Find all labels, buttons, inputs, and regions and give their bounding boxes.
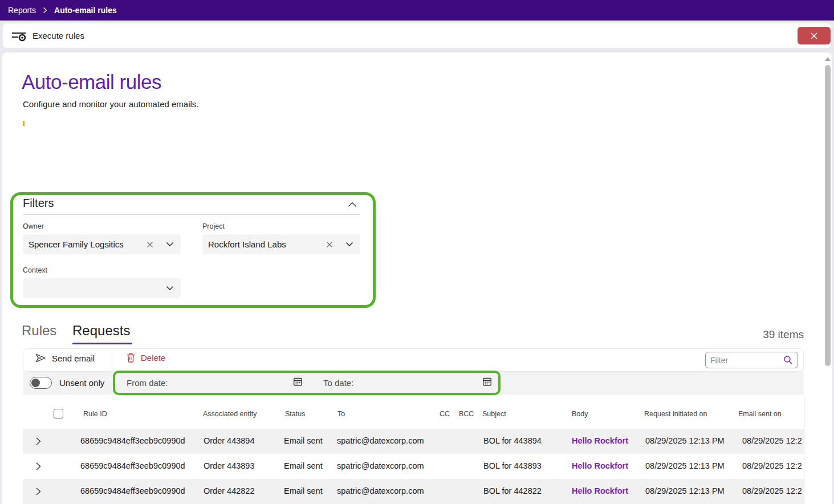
table-row[interactable]: 68659c9484eff3eeb9c0990d Order 443893 Em… bbox=[23, 454, 804, 479]
filters-title: Filters bbox=[23, 197, 54, 210]
column-header-subject[interactable]: Subject bbox=[482, 410, 506, 418]
column-header-status[interactable]: Status bbox=[285, 410, 305, 418]
cell-to: spatric@datexcorp.com bbox=[337, 436, 424, 445]
owner-clear-icon[interactable] bbox=[147, 241, 153, 248]
delete-label: Delete bbox=[141, 353, 165, 363]
cell-status: Email sent bbox=[284, 436, 323, 445]
cell-rule-id: 68659c9484eff3eeb9c0990d bbox=[80, 461, 185, 470]
context-select[interactable] bbox=[23, 278, 181, 298]
table-row[interactable]: 68659c9484eff3eeb9c0990d Order 442822 Em… bbox=[23, 479, 804, 504]
chevron-right-icon bbox=[35, 437, 41, 446]
cell-email-sent-on: 08/29/2025 12:2 bbox=[742, 486, 804, 495]
scrollbar-thumb[interactable] bbox=[825, 65, 831, 366]
search-icon[interactable] bbox=[783, 355, 793, 365]
cell-associated-entity: Order 443893 bbox=[204, 461, 254, 470]
auto-email-rules-window: Reports Auto-email rules Execute rules A… bbox=[0, 0, 834, 504]
column-header-cc[interactable]: CC bbox=[440, 410, 450, 418]
cell-request-initiated-on: 08/29/2025 12:13 PM bbox=[645, 436, 725, 445]
cell-subject: BOL for 443893 bbox=[483, 461, 542, 470]
send-email-button[interactable]: Send email bbox=[35, 353, 95, 363]
column-header-email-sent-on[interactable]: Email sent on bbox=[738, 410, 782, 418]
filter-input[interactable] bbox=[710, 356, 783, 365]
owner-field-label: Owner bbox=[23, 222, 44, 230]
row-expand-button[interactable] bbox=[35, 437, 41, 448]
requests-table-body: 68659c9484eff3eeb9c0990d Order 443894 Em… bbox=[23, 429, 804, 504]
cell-request-initiated-on: 08/29/2025 12:13 PM bbox=[645, 461, 725, 470]
cell-email-sent-on: 08/29/2025 12:2 bbox=[742, 461, 804, 470]
active-tab-underline bbox=[72, 343, 132, 344]
from-date-label[interactable]: From date: bbox=[127, 378, 168, 388]
column-header-request-initiated-on[interactable]: Request initiated on bbox=[644, 410, 707, 418]
context-dropdown-chevron-icon[interactable] bbox=[166, 286, 174, 291]
delete-button[interactable]: Delete bbox=[127, 353, 165, 363]
cell-associated-entity: Order 442822 bbox=[204, 486, 254, 495]
cell-to: spatric@datexcorp.com bbox=[337, 461, 424, 470]
scrollbar-up-arrow-icon[interactable] bbox=[825, 57, 831, 61]
project-select[interactable]: Rockfort Island Labs bbox=[202, 234, 360, 254]
owner-dropdown-chevron-icon[interactable] bbox=[166, 242, 174, 247]
chevron-right-icon bbox=[35, 462, 41, 471]
cell-email-sent-on: 08/29/2025 12:2 bbox=[742, 436, 804, 445]
column-header-rule-id[interactable]: Rule ID bbox=[83, 410, 107, 418]
column-header-bcc[interactable]: BCC bbox=[459, 410, 474, 418]
vertical-scrollbar[interactable] bbox=[823, 52, 832, 504]
chevron-right-icon bbox=[35, 487, 41, 496]
breadcrumb: Reports Auto-email rules bbox=[0, 6, 117, 15]
project-clear-icon[interactable] bbox=[326, 241, 333, 248]
table-right-border bbox=[804, 395, 804, 504]
toolbar-divider bbox=[112, 355, 112, 365]
breadcrumb-item-reports[interactable]: Reports bbox=[8, 6, 36, 15]
project-dropdown-chevron-icon[interactable] bbox=[345, 242, 353, 247]
cell-associated-entity: Order 443894 bbox=[204, 436, 254, 445]
tab-rules[interactable]: Rules bbox=[22, 323, 56, 339]
owner-select-value: Spencer Family Logsitics bbox=[29, 239, 147, 249]
close-button[interactable] bbox=[798, 27, 831, 44]
cell-subject: BOL for 443894 bbox=[483, 436, 542, 445]
breadcrumb-item-current: Auto-email rules bbox=[54, 6, 117, 15]
column-header-associated-entity[interactable]: Associated entity bbox=[203, 410, 257, 418]
context-field-label: Context bbox=[23, 266, 47, 274]
send-email-icon bbox=[35, 353, 46, 363]
chevron-up-icon bbox=[348, 202, 357, 208]
execute-rules-button[interactable]: Execute rules bbox=[11, 27, 84, 44]
to-date-calendar-button[interactable] bbox=[482, 377, 492, 388]
cell-body-link[interactable]: Hello Rockfort bbox=[572, 461, 628, 470]
filter-search-box bbox=[705, 352, 798, 368]
close-icon bbox=[810, 32, 818, 40]
cell-body-link[interactable]: Hello Rockfort bbox=[572, 436, 628, 445]
window-toolbar bbox=[2, 23, 832, 48]
unsent-only-label: Unsent only bbox=[59, 378, 104, 388]
execute-rules-label: Execute rules bbox=[32, 31, 84, 40]
table-row[interactable]: 68659c9484eff3eeb9c0990d Order 443894 Em… bbox=[23, 429, 804, 454]
tab-requests[interactable]: Requests bbox=[72, 323, 130, 339]
row-expand-button[interactable] bbox=[35, 462, 41, 473]
breadcrumb-bar: Reports Auto-email rules bbox=[0, 0, 834, 21]
calendar-icon bbox=[293, 377, 303, 387]
cell-subject: BOL for 442822 bbox=[483, 486, 542, 495]
cell-rule-id: 68659c9484eff3eeb9c0990d bbox=[80, 436, 185, 445]
filters-divider bbox=[23, 214, 360, 215]
owner-select[interactable]: Spencer Family Logsitics bbox=[23, 234, 181, 254]
cell-request-initiated-on: 08/29/2025 12:13 PM bbox=[645, 486, 725, 495]
row-expand-button[interactable] bbox=[35, 487, 41, 498]
orange-caret-mark bbox=[23, 121, 25, 126]
trash-icon bbox=[127, 353, 135, 363]
cell-to: spatric@datexcorp.com bbox=[337, 486, 424, 495]
cell-rule-id: 68659c9484eff3eeb9c0990d bbox=[80, 486, 185, 495]
items-count: 39 items bbox=[763, 328, 804, 341]
filters-collapse-button[interactable] bbox=[348, 200, 357, 210]
column-header-body[interactable]: Body bbox=[572, 410, 588, 418]
unsent-only-toggle[interactable] bbox=[30, 377, 52, 389]
page-title: Auto-email rules bbox=[22, 71, 161, 94]
cell-body-link[interactable]: Hello Rockfort bbox=[572, 486, 628, 495]
project-select-value: Rockfort Island Labs bbox=[208, 239, 326, 249]
cell-status: Email sent bbox=[284, 486, 323, 495]
send-email-label: Send email bbox=[52, 353, 95, 363]
from-date-calendar-button[interactable] bbox=[293, 377, 303, 388]
toggle-knob bbox=[31, 379, 40, 387]
project-field-label: Project bbox=[202, 222, 225, 230]
select-all-checkbox[interactable] bbox=[54, 409, 63, 418]
cell-status: Email sent bbox=[284, 461, 323, 470]
to-date-label[interactable]: To date: bbox=[323, 378, 353, 388]
column-header-to[interactable]: To bbox=[337, 410, 345, 418]
